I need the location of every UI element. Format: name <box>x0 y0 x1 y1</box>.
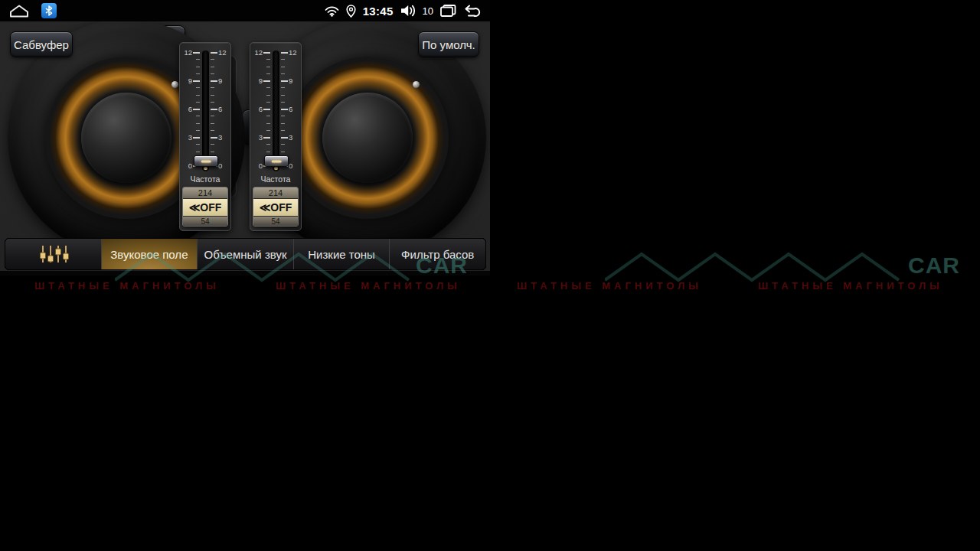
scale-tick <box>266 95 270 96</box>
picker-item-selected[interactable]: ≪OFF <box>253 199 298 216</box>
scale-label: 12 <box>251 48 263 57</box>
picker-item-below: 54 <box>183 216 227 226</box>
scale-tick <box>281 59 285 60</box>
picker-item-selected[interactable]: ≪OFF <box>183 199 227 216</box>
slider-track <box>273 51 279 171</box>
scale-label: 9 <box>289 77 300 85</box>
recents-button[interactable] <box>440 5 456 17</box>
scale-tick <box>263 137 270 139</box>
scale-tick <box>211 59 214 60</box>
scale-tick <box>266 130 270 131</box>
scale-tick <box>211 87 214 88</box>
watermark-text: ШТАТНЫЕ МАГНИТОЛЫ <box>276 280 461 292</box>
speaker-dome <box>81 93 172 183</box>
scale-label: 6 <box>218 105 230 113</box>
scale-tick <box>196 67 200 67</box>
scale-tick <box>281 52 288 54</box>
picker-item-below: 54 <box>253 216 298 226</box>
tab-low-tones[interactable]: Низкие тоны <box>293 239 390 269</box>
scale-tick <box>266 123 270 124</box>
subwoofer-title-button[interactable]: Сабвуфер <box>10 31 73 57</box>
frequency-label: Частота <box>180 174 230 184</box>
slider-fill <box>274 167 278 170</box>
frequency-picker[interactable]: 214≪OFF54 <box>253 187 299 227</box>
scale-label: 12 <box>289 48 300 57</box>
watermark-text: ШТАТНЫЕ МАГНИТОЛЫ <box>758 280 943 292</box>
scale-tick <box>211 116 214 116</box>
scale-tick <box>193 80 200 82</box>
scale-label: 6 <box>289 105 300 113</box>
scale-tick <box>266 102 270 103</box>
scale-tick <box>281 95 285 96</box>
watermark-text: ШТАТНЫЕ МАГНИТОЛЫ <box>517 280 702 292</box>
scale-tick <box>193 109 200 110</box>
watermark-zigzag <box>605 251 903 283</box>
picker-item-above: 214 <box>183 187 227 199</box>
quad-split-head-unit-screen: 13:4510 Стандарт Полный звук Настройки П… <box>0 0 980 551</box>
scale-tick <box>281 102 285 103</box>
wifi-icon <box>325 5 339 17</box>
scale-label: 9 <box>251 77 263 85</box>
scale-label: 9 <box>181 77 192 85</box>
tab-surround-sound[interactable]: Объемный звук <box>197 239 293 269</box>
scale-label: 3 <box>181 133 192 142</box>
scale-label: 6 <box>251 105 263 113</box>
scale-tick <box>211 123 214 124</box>
back-button[interactable] <box>463 5 481 17</box>
bluetooth-icon[interactable] <box>41 3 57 18</box>
scale-tick <box>211 152 214 152</box>
scale-tick <box>211 52 217 54</box>
scale-tick <box>281 144 285 145</box>
subwoofer-slider-handle[interactable] <box>264 155 289 167</box>
sub-default-button[interactable]: По умолч. <box>418 31 479 57</box>
scale-label: 9 <box>218 77 230 85</box>
scale-tick <box>281 130 285 131</box>
scale-label: 3 <box>218 133 230 142</box>
scale-label: 6 <box>181 105 192 113</box>
scale-tick <box>266 87 270 88</box>
scale-tick <box>281 116 285 116</box>
scale-tick <box>211 137 217 139</box>
scale-tick <box>281 137 288 139</box>
watermark-text: ШТАТНЫЕ МАГНИТОЛЫ <box>34 280 220 292</box>
scale-tick <box>196 59 200 60</box>
picker-item-above: 214 <box>253 187 298 199</box>
scale-tick <box>196 102 200 103</box>
status-time: 13:45 <box>363 5 394 18</box>
scale-tick <box>211 73 214 74</box>
subwoofer-channel-panel[interactable]: 121299663300Частота214≪OFF54 <box>250 42 302 231</box>
scale-label: 0 <box>289 161 300 170</box>
status-bar: 13:4510 <box>0 0 490 21</box>
home-button[interactable] <box>9 5 29 18</box>
scale-tick <box>266 144 270 145</box>
scale-tick <box>266 67 270 67</box>
scale-label: 0 <box>218 161 230 170</box>
scale-tick <box>281 67 285 67</box>
scale-tick <box>196 123 200 124</box>
tab-sound-field[interactable]: Звуковое поле <box>101 239 198 269</box>
subwoofer-channel-panel[interactable]: 121299663300Частота214≪OFF54 <box>179 42 231 231</box>
scale-tick <box>281 80 288 82</box>
location-icon <box>346 5 356 18</box>
scale-tick <box>263 52 270 54</box>
frequency-picker[interactable]: 214≪OFF54 <box>182 187 228 227</box>
scale-tick <box>211 95 214 96</box>
speaker-dome <box>322 93 413 183</box>
bottom-tab-bar: Звуковое полеОбъемный звукНизкие тоныФил… <box>5 238 486 270</box>
speaker-screw <box>413 81 420 88</box>
scale-label: 12 <box>181 48 192 57</box>
scale-tick <box>196 152 200 152</box>
scale-tick <box>196 73 200 74</box>
scale-tick <box>211 80 217 82</box>
scale-tick <box>211 144 214 145</box>
scale-tick <box>211 67 214 67</box>
scale-tick <box>266 152 270 152</box>
subwoofer-slider-handle[interactable] <box>194 155 218 167</box>
scale-tick <box>196 144 200 145</box>
volume-level: 10 <box>423 5 433 17</box>
scale-tick <box>211 109 217 110</box>
tab-bass-filter[interactable]: Фильтр басов <box>389 239 485 269</box>
tab-equalizer[interactable] <box>5 239 101 269</box>
scale-tick <box>196 116 200 116</box>
scale-tick <box>211 102 214 103</box>
